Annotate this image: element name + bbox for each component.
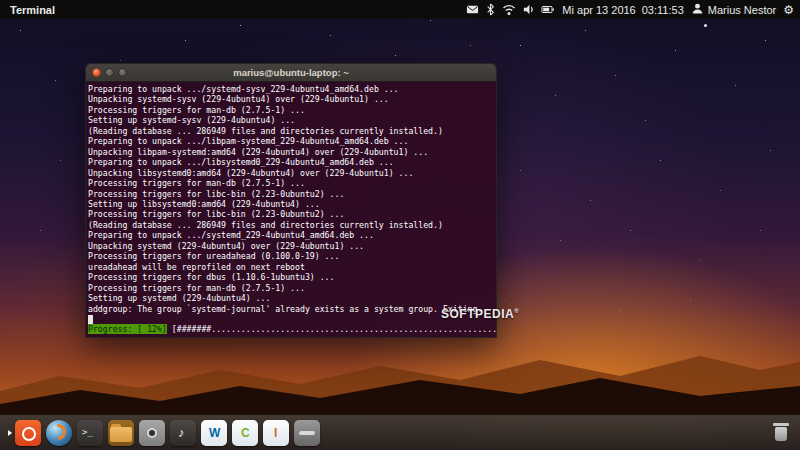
cursor-line: [88, 314, 494, 324]
registered-mark: ®: [514, 308, 519, 314]
network-icon[interactable]: [502, 3, 516, 16]
dock-items: [8, 420, 320, 446]
dock-screenshot-icon[interactable]: [139, 420, 165, 446]
wallpaper-mountains: [0, 346, 800, 416]
bluetooth-icon[interactable]: [485, 3, 496, 16]
active-app-menu[interactable]: Terminal: [10, 4, 55, 16]
battery-icon[interactable]: [541, 3, 555, 16]
dock-libreoffice-calc-icon[interactable]: [232, 420, 258, 446]
progress-bar-text: [#######................................…: [167, 324, 497, 334]
top-panel: Terminal Mi apr 13 20: [0, 0, 800, 19]
indicator-area: Mi apr 13 2016 03:11:53 Marius Nestor ⚙: [466, 2, 794, 17]
terminal-body[interactable]: Preparing to unpack .../systemd-sysv_229…: [85, 82, 497, 338]
desktop: Terminal Mi apr 13 20: [0, 0, 800, 450]
session-gear-icon[interactable]: ⚙: [783, 4, 794, 16]
dock-media-player-icon[interactable]: [170, 420, 196, 446]
dock-disk-utility-icon[interactable]: [294, 420, 320, 446]
mail-icon[interactable]: [466, 3, 479, 16]
system-tray: [466, 3, 555, 16]
date-label: Mi apr 13 2016: [562, 4, 635, 16]
softpedia-watermark: SOFTPEDIA®: [441, 307, 519, 321]
user-name-label: Marius Nestor: [708, 4, 776, 16]
time-label: 03:11:53: [642, 4, 684, 16]
dock-trash-icon[interactable]: [768, 420, 794, 446]
terminal-window: marius@ubuntu-laptop: ~ Preparing to unp…: [85, 63, 497, 338]
dock-libreoffice-impress-icon[interactable]: [263, 420, 289, 446]
terminal-cursor: [88, 315, 93, 324]
dock-ubuntu-launcher-icon[interactable]: [15, 420, 41, 446]
running-indicator: [8, 430, 12, 436]
terminal-title: marius@ubuntu-laptop: ~: [86, 67, 496, 78]
progress-percent-label: Progress: [ 12%]: [88, 324, 167, 334]
dock-libreoffice-writer-icon[interactable]: [201, 420, 227, 446]
launcher-dock: [0, 415, 800, 450]
terminal-titlebar[interactable]: marius@ubuntu-laptop: ~: [85, 63, 497, 82]
volume-icon[interactable]: [522, 3, 535, 16]
terminal-output: Preparing to unpack .../systemd-sysv_229…: [88, 84, 494, 314]
apt-progress-line: Progress: [ 12%] [#######...............…: [88, 324, 494, 334]
clock-menu[interactable]: Mi apr 13 2016 03:11:53: [562, 4, 683, 16]
dock-firefox-icon[interactable]: [46, 420, 72, 446]
user-icon: [691, 2, 704, 17]
dock-terminal-icon[interactable]: [77, 420, 103, 446]
dock-files-icon[interactable]: [108, 420, 134, 446]
user-menu[interactable]: Marius Nestor: [691, 2, 776, 17]
